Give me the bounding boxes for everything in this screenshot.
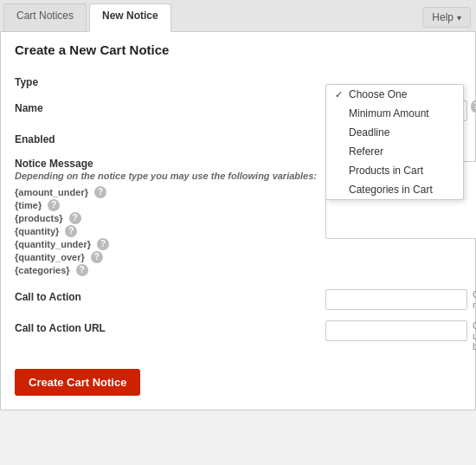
checkmark-referer xyxy=(335,146,345,157)
enabled-label: Enabled xyxy=(15,126,325,152)
dropdown-item-referer[interactable]: Referer xyxy=(326,142,463,161)
variable-help-time[interactable]: ? xyxy=(48,199,60,211)
variable-help-quantity-over[interactable]: ? xyxy=(91,251,103,263)
variable-label-quantity-under: {quantity_under} xyxy=(15,239,91,249)
variable-label-quantity: {quantity} xyxy=(15,226,59,236)
type-row: Type ✓ Choose One Minimum Amount xyxy=(15,69,476,95)
form-table: Type ✓ Choose One Minimum Amount xyxy=(15,69,476,357)
name-label: Name xyxy=(15,95,325,126)
type-field-cell: ✓ Choose One Minimum Amount Deadline xyxy=(325,69,476,95)
cta-url-field-cell: Optional call to action url, this is whe… xyxy=(325,315,476,357)
dropdown-item-minimum-amount[interactable]: Minimum Amount xyxy=(326,104,463,123)
variable-help-amount-under[interactable]: ? xyxy=(94,186,106,198)
checkmark-choose-one: ✓ xyxy=(335,89,345,100)
name-help-icon[interactable]: ? xyxy=(471,100,476,113)
variable-label-time: {time} xyxy=(15,200,42,210)
tabs-bar: Cart Notices New Notice Help xyxy=(0,0,476,32)
cta-field-cell: Optional call to action button text, ren… xyxy=(325,284,476,315)
checkmark-products-in-cart xyxy=(335,165,345,176)
variable-item-quantity-over: {quantity_over} ? xyxy=(15,251,317,263)
variable-help-products[interactable]: ? xyxy=(69,212,81,224)
cta-field-group: Optional call to action button text, ren… xyxy=(325,289,476,310)
checkmark-deadline xyxy=(335,127,345,138)
dropdown-label-deadline: Deadline xyxy=(349,126,389,139)
variable-item-quantity: {quantity} ? xyxy=(15,225,317,237)
cta-url-hint: Optional call to action url, this is whe… xyxy=(473,320,476,352)
notice-message-label-cell: Notice Message Depending on the notice t… xyxy=(15,152,325,284)
page-title: Create a New Cart Notice xyxy=(15,42,461,57)
cta-input[interactable] xyxy=(325,289,467,310)
variable-label-products: {products} xyxy=(15,213,63,223)
dropdown-label-referer: Referer xyxy=(349,145,383,158)
type-label: Type xyxy=(15,69,325,95)
cta-hint: Optional call to action button text, ren… xyxy=(473,289,476,310)
dropdown-item-choose-one[interactable]: ✓ Choose One xyxy=(326,85,463,104)
tabs-left: Cart Notices New Notice xyxy=(3,3,174,31)
cta-url-row: Call to Action URL Optional call to acti… xyxy=(15,315,476,357)
cta-url-label: Call to Action URL xyxy=(15,315,325,357)
checkmark-categories-in-cart xyxy=(335,184,345,195)
dropdown-item-products-in-cart[interactable]: Products in Cart xyxy=(326,161,463,180)
variable-item-time: {time} ? xyxy=(15,199,317,211)
tab-new-notice[interactable]: New Notice xyxy=(89,3,171,32)
variable-help-quantity[interactable]: ? xyxy=(65,225,77,237)
variable-list: {amount_under} ? {time} ? {products} ? xyxy=(15,186,317,276)
variable-label-quantity-over: {quantity_over} xyxy=(15,252,85,262)
create-cart-notice-button[interactable]: Create Cart Notice xyxy=(15,369,140,396)
type-dropdown-menu[interactable]: ✓ Choose One Minimum Amount Deadline xyxy=(325,84,464,200)
dropdown-label-minimum-amount: Minimum Amount xyxy=(349,107,429,119)
variable-item-categories: {categories} ? xyxy=(15,264,317,276)
page-content: Create a New Cart Notice Type ✓ Choose O… xyxy=(0,32,476,410)
variable-label-categories: {categories} xyxy=(15,265,70,275)
cta-url-field-group: Optional call to action url, this is whe… xyxy=(325,320,476,352)
dropdown-item-deadline[interactable]: Deadline xyxy=(326,123,463,142)
tab-cart-notices[interactable]: Cart Notices xyxy=(3,3,87,31)
dropdown-label-choose-one: Choose One xyxy=(349,88,407,100)
variable-label-amount-under: {amount_under} xyxy=(15,187,88,197)
variable-item-amount-under: {amount_under} ? xyxy=(15,186,317,198)
notice-desc: Depending on the notice type you may use… xyxy=(15,170,317,183)
help-button[interactable]: Help xyxy=(422,7,471,28)
cta-row: Call to Action Optional call to action b… xyxy=(15,284,476,315)
variable-help-quantity-under[interactable]: ? xyxy=(97,238,109,250)
variable-item-quantity-under: {quantity_under} ? xyxy=(15,238,317,250)
dropdown-item-categories-in-cart[interactable]: Categories in Cart xyxy=(326,180,463,199)
dropdown-label-categories-in-cart: Categories in Cart xyxy=(349,184,433,196)
cta-field-wrap: Optional call to action button text, ren… xyxy=(325,289,476,310)
cta-url-field-wrap: Optional call to action url, this is whe… xyxy=(325,320,476,352)
dropdown-label-products-in-cart: Products in Cart xyxy=(349,165,423,177)
cta-url-input[interactable] xyxy=(325,320,467,341)
variable-item-products: {products} ? xyxy=(15,212,317,224)
checkmark-minimum-amount xyxy=(335,108,345,119)
cta-label: Call to Action xyxy=(15,284,325,315)
variable-help-categories[interactable]: ? xyxy=(76,264,88,276)
notice-message-label: Notice Message xyxy=(15,158,317,170)
